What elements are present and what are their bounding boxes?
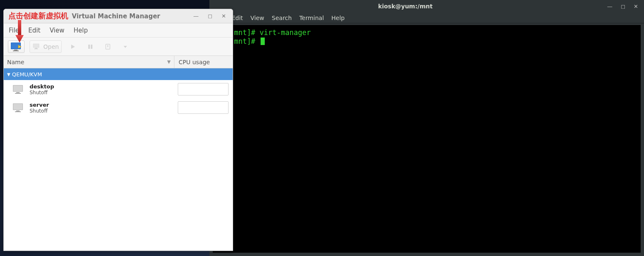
vm-monitor-icon xyxy=(12,84,25,94)
terminal-menu-search[interactable]: Search xyxy=(272,15,292,21)
virt-manager-window: Virtual Machine Manager — ◻ ✕ File Edit … xyxy=(3,9,233,251)
svg-rect-13 xyxy=(107,45,108,47)
terminal-menu-terminal[interactable]: Terminal xyxy=(299,15,324,21)
vmm-list[interactable]: ▼ QEMU/KVM desktop Shutoff xyxy=(4,68,233,251)
terminal-line: @yum mnt]# virt-manager xyxy=(213,28,637,37)
svg-marker-14 xyxy=(124,46,127,48)
vmm-maximize-button[interactable]: ◻ xyxy=(208,13,212,19)
vmm-titlebar[interactable]: Virtual Machine Manager — ◻ ✕ xyxy=(4,9,233,23)
svg-rect-8 xyxy=(34,48,38,49)
svg-rect-7 xyxy=(35,48,37,48)
vmm-menu-file[interactable]: File xyxy=(9,27,19,34)
svg-rect-3 xyxy=(13,50,19,51)
vm-monitor-icon xyxy=(12,103,25,113)
sort-indicator-icon: ▼ xyxy=(167,59,174,65)
run-vm-button[interactable] xyxy=(67,40,79,53)
column-header-name[interactable]: Name ▼ xyxy=(4,56,174,68)
terminal-minimize-button[interactable]: — xyxy=(607,3,612,10)
svg-rect-21 xyxy=(16,110,20,111)
vm-row[interactable]: desktop Shutoff xyxy=(4,80,233,98)
pause-vm-button[interactable] xyxy=(84,40,97,53)
power-icon xyxy=(104,43,111,50)
svg-rect-20 xyxy=(13,104,22,110)
monitor-new-icon xyxy=(10,42,22,52)
column-header-cpu[interactable]: CPU usage xyxy=(174,59,233,65)
vm-name: server xyxy=(30,102,49,108)
terminal-line: @yum mnt]# xyxy=(213,37,637,46)
vmm-menu-edit[interactable]: Edit xyxy=(28,27,40,34)
svg-rect-2 xyxy=(14,50,17,50)
vmm-toolbar: Open xyxy=(4,38,233,56)
play-icon xyxy=(70,44,76,50)
connection-label: QEMU/KVM xyxy=(12,71,42,78)
terminal-body[interactable]: @yum mnt]# virt-manager @yum mnt]# xyxy=(209,23,644,256)
terminal-window: kiosk@yum:/mnt — ◻ ✕ File Edit View Sear… xyxy=(209,0,644,256)
new-vm-button[interactable] xyxy=(8,40,25,53)
terminal-titlebar[interactable]: kiosk@yum:/mnt — ◻ ✕ xyxy=(209,0,644,13)
svg-rect-17 xyxy=(16,92,20,93)
svg-rect-16 xyxy=(13,85,22,91)
svg-rect-6 xyxy=(33,44,39,47)
shutdown-vm-button[interactable] xyxy=(102,40,114,53)
terminal-cursor xyxy=(261,38,265,45)
svg-rect-22 xyxy=(15,111,21,112)
chevron-down-icon xyxy=(123,45,127,49)
terminal-close-button[interactable]: ✕ xyxy=(634,3,638,10)
vm-status: Shutoff xyxy=(30,108,49,114)
vmm-close-button[interactable]: ✕ xyxy=(221,13,226,19)
svg-marker-9 xyxy=(71,45,75,49)
svg-rect-10 xyxy=(88,45,90,49)
vmm-menu-view[interactable]: View xyxy=(50,27,65,34)
vmm-menu-help[interactable]: Help xyxy=(74,27,88,34)
terminal-menubar: File Edit View Search Terminal Help xyxy=(209,13,644,23)
vmm-column-headers: Name ▼ CPU usage xyxy=(4,56,233,68)
terminal-menu-help[interactable]: Help xyxy=(331,15,345,21)
vmm-minimize-button[interactable]: — xyxy=(193,13,199,19)
vm-name: desktop xyxy=(30,83,54,90)
svg-rect-11 xyxy=(91,45,92,49)
vm-row[interactable]: server Shutoff xyxy=(4,98,233,117)
open-button-label: Open xyxy=(43,43,59,50)
terminal-title: kiosk@yum:/mnt xyxy=(209,3,601,10)
desktop-background: kiosk@yum:/mnt — ◻ ✕ File Edit View Sear… xyxy=(0,0,644,256)
vmm-title: Virtual Machine Manager xyxy=(4,13,186,20)
cpu-usage-graph xyxy=(178,101,229,114)
terminal-menu-view[interactable]: View xyxy=(251,15,264,21)
vm-status: Shutoff xyxy=(30,90,54,95)
terminal-maximize-button[interactable]: ◻ xyxy=(621,3,625,10)
shutdown-menu-button[interactable] xyxy=(119,40,132,53)
open-vm-button[interactable]: Open xyxy=(30,40,62,53)
svg-rect-18 xyxy=(15,93,21,94)
pause-icon xyxy=(87,44,93,50)
cpu-usage-graph xyxy=(178,83,229,95)
connection-row[interactable]: ▼ QEMU/KVM xyxy=(4,68,233,80)
vmm-menubar: File Edit View Help xyxy=(4,23,233,38)
monitor-icon xyxy=(32,43,42,50)
terminal-menu-edit[interactable]: Edit xyxy=(231,15,243,21)
expand-icon: ▼ xyxy=(7,72,10,77)
